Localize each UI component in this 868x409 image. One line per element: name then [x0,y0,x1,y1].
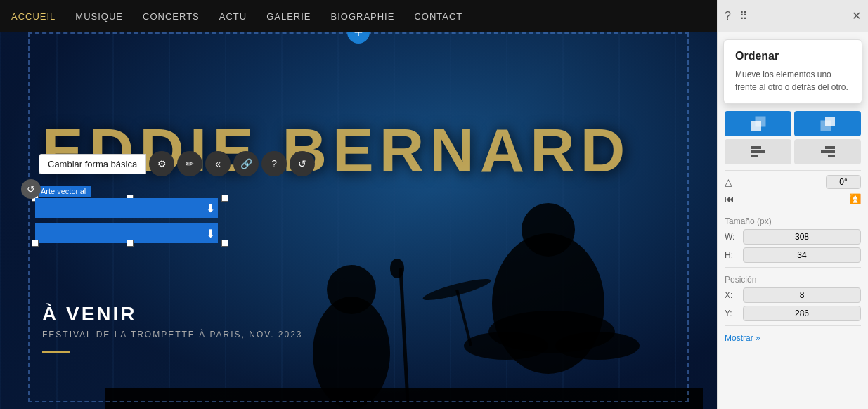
align-left-icon[interactable] [725,139,791,164]
resize-handle-br[interactable] [221,240,228,247]
arrange-icon-grid [725,111,861,164]
settings-icon-btn[interactable]: ⚙ [149,151,174,176]
nav-accueil[interactable]: ACCUEIL [11,11,56,22]
svg-line-6 [457,290,471,346]
tooltip-popup: Ordenar Mueve los elementos uno frente a… [723,39,862,104]
nav-contact[interactable]: CONTACT [414,11,462,22]
panel-divider-1 [725,170,861,171]
rotation-input[interactable] [826,175,861,189]
nav-biographie[interactable]: BIOGRAPHIE [331,11,395,22]
flip-horizontal-icon[interactable]: ⏮ [725,193,734,204]
nav-actu[interactable]: ACTU [219,11,247,22]
size-label: Tamaño (px) [725,216,861,226]
download-icon-2[interactable]: ⬇ [206,227,215,240]
position-label: Posición [725,275,861,285]
arrange-front-icon[interactable] [725,111,791,136]
rotation-triangle-icon: △ [725,176,732,188]
download-icon-1[interactable]: ⬇ [206,202,215,215]
nav-musique[interactable]: MUSIQUE [75,11,123,22]
arrange-back-icon[interactable] [794,111,861,136]
svg-rect-13 [756,117,765,126]
undo-button[interactable]: ↺ [21,179,41,199]
size-width-row: W: [725,229,861,245]
edit-icon-btn[interactable]: ✏ [177,151,202,176]
vector-bar-1: ⬇ [35,198,218,218]
x-input[interactable] [743,287,861,303]
tooltip-description: Mueve los elementos uno frente al otro o… [735,68,850,93]
vector-art-element: Arte vectorial ⬇ ⬇ [35,184,260,243]
back-icon-btn[interactable]: « [205,151,231,176]
panel-divider-3 [725,267,861,268]
height-input[interactable] [743,247,861,263]
svg-line-7 [401,268,408,402]
nav-concerts[interactable]: CONCERTS [143,11,200,22]
svg-rect-11 [105,388,703,409]
tooltip-title: Ordenar [735,50,850,63]
y-key-label: Y: [725,309,739,318]
height-key-label: H: [725,250,739,260]
event-info: À VENIR FESTIVAL DE LA TROMPETTE À PARIS… [42,303,303,353]
resize-handle-bl[interactable] [32,240,39,247]
help-icon-btn[interactable]: ? [261,151,287,176]
nav-galerie[interactable]: GALERIE [266,11,311,22]
arrange-section: △ ⏮ ⏫ Tamaño (px) W: H: Posición X: [718,104,868,353]
svg-rect-20 [821,150,835,153]
pos-x-row: X: [725,287,861,303]
svg-rect-19 [825,146,835,149]
link-icon-btn[interactable]: 🔗 [233,151,259,176]
width-input[interactable] [743,229,861,245]
svg-point-4 [488,311,615,353]
width-key-label: W: [725,232,739,242]
panel-header: ? ⠿ ✕ [718,0,868,32]
svg-rect-16 [751,146,761,149]
event-subtitle: FESTIVAL DE LA TROMPETTE À PARIS, NOV. 2… [42,330,303,339]
change-shape-button[interactable]: Cambiar forma básica [39,154,146,174]
svg-rect-15 [821,121,831,131]
rotation-row: △ [725,175,861,189]
align-right-icon[interactable] [794,139,861,164]
resize-handle-tr[interactable] [221,195,228,202]
svg-rect-17 [751,150,765,153]
panel-divider-4 [725,325,861,326]
svg-point-8 [390,259,404,278]
panel-divider-2 [725,209,861,209]
panel-header-icons: ? ⠿ [725,9,748,22]
close-panel-icon[interactable]: ✕ [852,9,861,22]
svg-rect-18 [751,155,758,157]
hero-section: EDDIE BERNARD + Cambiar forma básica ⚙ ✏… [0,0,717,409]
event-title: À VENIR [42,303,303,325]
svg-rect-21 [828,155,835,157]
mostrar-label[interactable]: Mostrar » [725,333,861,343]
vector-art-label: Arte vectorial [35,186,91,197]
flip-row: ⏮ ⏫ [725,193,861,204]
size-height-row: H: [725,247,861,263]
floating-toolbar: Cambiar forma básica ⚙ ✏ « 🔗 ? ↺ [39,151,315,176]
y-input[interactable] [743,306,861,321]
resize-handle-bc[interactable] [127,240,134,247]
flip-vertical-icon[interactable]: ⏫ [849,193,861,204]
right-panel: ? ⠿ ✕ Ordenar Mueve los elementos uno fr… [717,0,868,409]
x-key-label: X: [725,290,739,300]
refresh-icon-btn[interactable]: ↺ [290,151,315,176]
event-line-decoration [42,351,70,353]
pos-y-row: Y: [725,306,861,321]
nav-links: ACCUEIL MUSIQUE CONCERTS ACTU GALERIE BI… [11,11,462,22]
svg-point-1 [522,203,575,257]
grid-panel-icon[interactable]: ⠿ [739,9,748,22]
help-panel-icon[interactable]: ? [725,10,731,22]
